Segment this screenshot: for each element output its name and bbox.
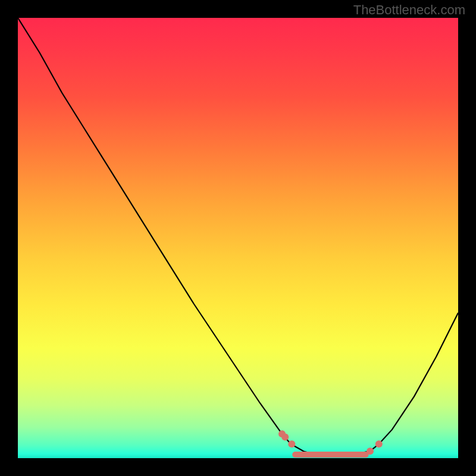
- curve-layer: [18, 18, 458, 458]
- plot-area: [18, 18, 458, 458]
- watermark-text: TheBottleneck.com: [353, 2, 465, 18]
- marker-dot: [288, 440, 295, 447]
- chart-frame: [18, 18, 458, 458]
- marker-group: [278, 430, 383, 455]
- marker-dot: [367, 447, 374, 455]
- marker-dot: [375, 440, 383, 447]
- marker-dot: [281, 434, 289, 441]
- bottleneck-curve: [18, 18, 458, 456]
